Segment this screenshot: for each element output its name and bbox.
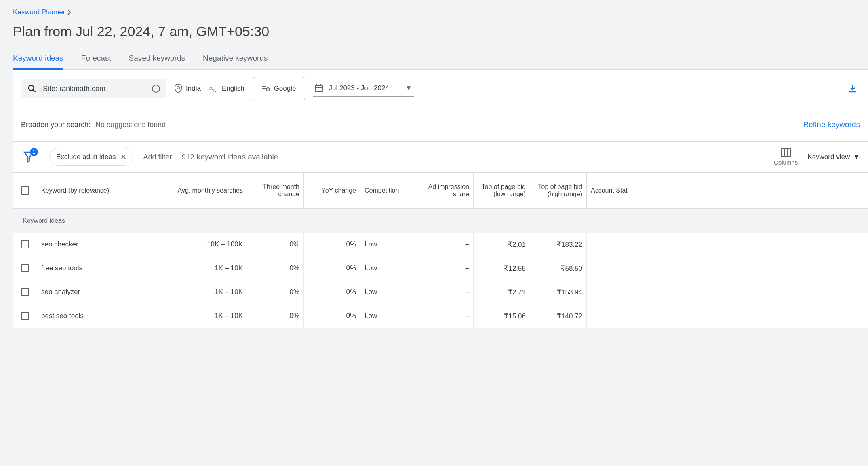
svg-line-8 <box>269 91 270 91</box>
cell-ad-share: – <box>417 256 474 280</box>
row-checkbox[interactable] <box>21 288 29 296</box>
site-filter[interactable]: Site: rankmath.com i <box>21 79 166 98</box>
col-avg-searches[interactable]: Avg. monthly searches <box>158 173 247 208</box>
row-checkbox[interactable] <box>21 240 29 248</box>
broaden-bar: Broaden your search: No suggestions foun… <box>13 108 868 142</box>
cell-account-stat <box>587 280 635 304</box>
col-account-stat[interactable]: Account Stat <box>587 173 635 208</box>
tab-negative-keywords[interactable]: Negative keywords <box>203 54 268 69</box>
col-yoy[interactable]: YoY change <box>304 173 360 208</box>
search-icon <box>27 84 36 93</box>
info-icon[interactable]: i <box>152 85 160 93</box>
add-filter-button[interactable]: Add filter <box>143 153 172 161</box>
cell-ad-share: – <box>417 233 474 256</box>
cell-yoy: 0% <box>304 233 360 256</box>
pill-label: Exclude adult ideas <box>56 153 116 161</box>
cell-competition: Low <box>360 304 417 328</box>
tab-keyword-ideas[interactable]: Keyword ideas <box>13 54 63 69</box>
date-range-filter[interactable]: Jul 2023 - Jun 2024 ▼ <box>313 81 413 97</box>
svg-point-2 <box>177 87 179 89</box>
svg-point-0 <box>29 85 34 91</box>
columns-icon <box>781 148 791 157</box>
svg-text:A: A <box>213 88 216 93</box>
breadcrumb-link[interactable]: Keyword Planner <box>13 8 65 16</box>
keyword-view-label: Keyword view <box>807 153 850 161</box>
cell-avg: 10K – 100K <box>158 233 247 256</box>
download-icon[interactable] <box>848 84 857 93</box>
cell-competition: Low <box>360 256 417 280</box>
col-ad-share[interactable]: Ad impression share <box>417 173 474 208</box>
refine-keywords-link[interactable]: Refine keywords <box>803 120 860 129</box>
filters-bar: Site: rankmath.com i India 文A English Go… <box>13 70 868 108</box>
table-row: free seo tools1K – 10K0%0%Low–₹12.55₹58.… <box>13 256 868 280</box>
location-label: India <box>186 85 201 93</box>
cell-three-month: 0% <box>247 256 304 280</box>
cell-avg: 1K – 10K <box>158 256 247 280</box>
table-subheader: Keyword ideas <box>13 209 868 233</box>
table-header-row: Keyword (by relevance) Avg. monthly sear… <box>13 173 868 209</box>
col-bid-high[interactable]: Top of page bid (high range) <box>530 173 587 208</box>
keyword-table: Keyword (by relevance) Avg. monthly sear… <box>13 173 868 328</box>
filter-badge: 1 <box>30 148 38 156</box>
svg-rect-14 <box>782 149 790 156</box>
cell-keyword: best seo tools <box>37 304 158 328</box>
cell-three-month: 0% <box>247 233 304 256</box>
cell-keyword: free seo tools <box>37 256 158 280</box>
select-all-checkbox[interactable] <box>21 186 29 195</box>
filter-funnel-button[interactable]: 1 <box>23 151 34 163</box>
cell-bid-low: ₹12.55 <box>474 256 530 280</box>
row-checkbox-cell <box>13 233 37 256</box>
col-competition[interactable]: Competition <box>360 173 417 208</box>
cell-keyword: seo checker <box>37 233 158 256</box>
cell-bid-low: ₹2.71 <box>474 280 530 304</box>
search-network-icon <box>262 85 270 92</box>
col-keyword[interactable]: Keyword (by relevance) <box>37 173 158 208</box>
row-checkbox[interactable] <box>21 264 29 272</box>
row-checkbox-cell <box>13 256 37 280</box>
breadcrumb: Keyword Planner <box>13 8 72 16</box>
cell-bid-low: ₹2.01 <box>474 233 530 256</box>
tabs: Keyword ideas Forecast Saved keywords Ne… <box>13 54 868 70</box>
cell-ad-share: – <box>417 304 474 328</box>
cell-competition: Low <box>360 280 417 304</box>
cell-account-stat <box>587 256 635 280</box>
table-toolbar: 1 Exclude adult ideas ✕ Add filter 912 k… <box>13 142 868 173</box>
table-row: best seo tools1K – 10K0%0%Low–₹15.06₹140… <box>13 304 868 328</box>
cell-account-stat <box>587 233 635 256</box>
cell-yoy: 0% <box>304 280 360 304</box>
filter-pill-exclude-adult[interactable]: Exclude adult ideas ✕ <box>49 148 133 166</box>
ideas-count: 912 keyword ideas available <box>181 153 278 161</box>
svg-rect-9 <box>315 85 322 92</box>
broaden-value: No suggestions found <box>95 121 166 129</box>
dropdown-icon: ▼ <box>405 84 412 92</box>
row-checkbox[interactable] <box>21 312 29 320</box>
cell-account-stat <box>587 304 635 328</box>
location-pin-icon <box>175 84 182 93</box>
col-checkbox <box>13 173 37 208</box>
network-filter[interactable]: Google <box>253 77 305 100</box>
col-bid-low[interactable]: Top of page bid (low range) <box>474 173 530 208</box>
language-filter[interactable]: 文A English <box>209 85 244 93</box>
tab-forecast[interactable]: Forecast <box>81 54 111 69</box>
cell-bid-low: ₹15.06 <box>474 304 530 328</box>
close-icon[interactable]: ✕ <box>120 153 126 161</box>
cell-yoy: 0% <box>304 304 360 328</box>
page-title: Plan from Jul 22, 2024, 7 am, GMT+05:30 <box>13 23 868 39</box>
row-checkbox-cell <box>13 304 37 328</box>
keyword-view-dropdown[interactable]: Keyword view ▼ <box>807 153 860 161</box>
date-range-label: Jul 2023 - Jun 2024 <box>329 84 389 92</box>
dropdown-icon: ▼ <box>853 153 860 161</box>
location-filter[interactable]: India <box>175 84 201 93</box>
cell-avg: 1K – 10K <box>158 304 247 328</box>
translate-icon: 文A <box>209 85 218 93</box>
cell-avg: 1K – 10K <box>158 280 247 304</box>
cell-keyword: seo analyzer <box>37 280 158 304</box>
cell-bid-high: ₹140.72 <box>530 304 587 328</box>
col-three-month[interactable]: Three month change <box>247 173 304 208</box>
cell-competition: Low <box>360 233 417 256</box>
network-label: Google <box>274 85 296 93</box>
svg-line-1 <box>33 90 36 92</box>
calendar-icon <box>315 84 323 92</box>
tab-saved-keywords[interactable]: Saved keywords <box>129 54 185 69</box>
columns-button[interactable]: Columns <box>774 148 798 166</box>
